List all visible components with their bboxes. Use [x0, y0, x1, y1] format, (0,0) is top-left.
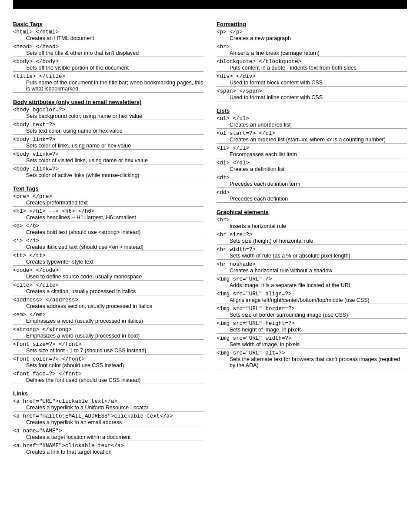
- tag-line: <strong> </strong>: [13, 327, 203, 333]
- section-title-links: Links: [13, 390, 203, 397]
- tag-line: <hr size=?>: [217, 232, 407, 238]
- desc-line: Creates a definition list: [217, 166, 407, 173]
- section-body-attributes: Body attributes (only used in email news…: [13, 99, 203, 179]
- section-title-lists: Lists: [217, 107, 407, 114]
- main-content: Basic Tags<html> </html>Creates an HTML …: [13, 15, 407, 456]
- desc-line: Creates a horizontal rule without a shad…: [217, 268, 407, 274]
- desc-line: Sets size of font - 1 to 7 (should use C…: [13, 348, 203, 355]
- desc-line: Creates a hyperlink to a Uniform Resourc…: [13, 405, 203, 412]
- desc-line: Inserts a horizontal rule: [217, 223, 407, 230]
- desc-line: Creates a citation, usually processed in…: [13, 288, 203, 295]
- tag-line: <font color=?> </font>: [13, 356, 203, 362]
- desc-line: Sets size (height) of horizontal rule: [217, 238, 407, 245]
- tag-line: <hr noshade>: [217, 261, 407, 268]
- tag-line: <b> </b>: [13, 223, 203, 229]
- tag-line: <blockquote> </blockquote>: [217, 59, 407, 65]
- section-links: Links<a href="URL">clickable text</a>Cre…: [13, 390, 203, 455]
- tag-line: <code> </code>: [13, 268, 203, 274]
- desc-line: Used to format block content with CSS: [217, 80, 407, 87]
- tag-line: <hr width=?>: [217, 247, 407, 253]
- desc-line: Creates italicized text (should use <em>…: [13, 244, 203, 251]
- tag-line: <a href="mailto:EMAIL_ADDRESS">clickable…: [13, 413, 203, 419]
- desc-line: Creates an unordered list: [217, 122, 407, 129]
- tag-line: <title> </title>: [13, 74, 203, 80]
- desc-line: Sets color of active links (while mouse-…: [13, 172, 203, 179]
- tag-line: <body bgcolor=?>: [13, 107, 203, 113]
- tag-line: <img src="URL" border=?>: [217, 306, 407, 312]
- desc-line: Used to format inline content with CSS: [217, 94, 407, 101]
- tag-line: <p> </p>: [217, 29, 407, 35]
- desc-line: Used to define source code, usually mono…: [13, 274, 203, 281]
- left-column: Basic Tags<html> </html>Creates an HTML …: [13, 15, 203, 456]
- tag-line: <html> </html>: [13, 29, 203, 35]
- section-title-basic-tags: Basic Tags: [13, 21, 203, 27]
- page-container: Basic Tags<html> </html>Creates an HTML …: [0, 0, 420, 469]
- desc-line: Sets off the visible portion of the docu…: [13, 65, 203, 72]
- desc-line: Adds image; it is a separate file locate…: [217, 282, 407, 289]
- desc-line: Creates bold text (should use <strong> i…: [13, 229, 203, 236]
- desc-line: Puts name of the document in the title b…: [13, 80, 203, 93]
- tag-line: <a href="URL">clickable text</a>: [13, 398, 203, 405]
- desc-line: Creates preformatted text: [13, 200, 203, 207]
- desc-line: Sets font color (should use CSS instead): [13, 362, 203, 369]
- tag-line: <img src="URL" alt=?>: [217, 350, 407, 356]
- desc-line: Sets background color, using name or hex…: [13, 113, 203, 120]
- tag-line: <ol start=?> </ol>: [217, 130, 407, 137]
- tag-line: <body> </body>: [13, 59, 203, 65]
- tag-line: <body vlink=?>: [13, 151, 203, 157]
- desc-line: Creates a new paragraph: [217, 35, 407, 42]
- tag-line: <dd>: [217, 190, 407, 196]
- tag-line: <img src="URL" />: [217, 276, 407, 282]
- desc-line: AInserts a line break (carriage return): [217, 50, 407, 57]
- desc-line: Emphasizes a word (usually processed in …: [13, 318, 203, 325]
- tag-line: <dt>: [217, 175, 407, 181]
- tag-line: <body text=?>: [13, 122, 203, 128]
- page-header: [13, 0, 407, 9]
- tag-line: <pre> </pre>: [13, 194, 203, 200]
- desc-line: Sets width of image, in pixels: [217, 341, 407, 348]
- tag-line: <cite> </cite>: [13, 282, 203, 288]
- tag-line: <i> </i>: [13, 238, 203, 244]
- desc-line: Precedes each defintion term: [217, 181, 407, 188]
- tag-line: <body link=?>: [13, 137, 203, 143]
- desc-line: Sets size of border surrounding image (u…: [217, 312, 407, 319]
- section-lists: Lists<ul> </ul>Creates an unordered list…: [217, 107, 407, 203]
- desc-line: Sets the alternate text for browsers tha…: [217, 356, 407, 369]
- section-title-body-attributes: Body attributes (only used in email news…: [13, 99, 203, 105]
- desc-line: Defines the font used (should use CSS in…: [13, 377, 203, 384]
- desc-line: Creates headlines -- H1=largest, H6=smal…: [13, 214, 203, 221]
- desc-line: Sets off the title & other info that isn…: [13, 50, 203, 57]
- tag-line: <dl> </dl>: [217, 160, 407, 166]
- section-title-graphical-elements: Graphical elements: [217, 209, 407, 215]
- desc-line: Creates an ordered list (start=xx, where…: [217, 137, 407, 144]
- tag-line: <li> </li>: [217, 145, 407, 151]
- section-text-tags: Text Tags<pre> </pre>Creates preformatte…: [13, 185, 203, 384]
- desc-line: Sets color of links, using name or hex v…: [13, 143, 203, 150]
- tag-line: <div> </div>: [217, 74, 407, 80]
- tag-line: <a href="#NAME">clickable text</a>: [13, 443, 203, 449]
- desc-line: Precedes each defintion: [217, 196, 407, 203]
- desc-line: Puts content in a quote - indents text f…: [217, 65, 407, 72]
- tag-line: <font face=?> </font>: [13, 371, 203, 377]
- desc-line: Creates typewriter-style text: [13, 259, 203, 266]
- tag-line: <img src="URL" align=?>: [217, 291, 407, 297]
- desc-line: Sets color of visited links, using name …: [13, 157, 203, 164]
- tag-line: <ul> </ul>: [217, 116, 407, 122]
- tag-line: <span> </span>: [217, 88, 407, 94]
- tag-line: <address> </address>: [13, 297, 203, 303]
- tag-line: <font size=?> </font>: [13, 341, 203, 348]
- desc-line: Sets width of rule (as a % or absolute p…: [217, 253, 407, 260]
- desc-line: Creates a hyperlink to an email address: [13, 419, 203, 426]
- desc-line: Sets height of image, in pixels: [217, 327, 407, 334]
- tag-line: <h1> </h1> --> <h6> </h6>: [13, 208, 203, 214]
- desc-line: Creates an HTML document: [13, 35, 203, 42]
- desc-line: Sets text color, using name or hex value: [13, 128, 203, 135]
- tag-line: <body alink=?>: [13, 166, 203, 172]
- section-basic-tags: Basic Tags<html> </html>Creates an HTML …: [13, 21, 203, 93]
- desc-line: Emphasizes a word (usually processed in …: [13, 333, 203, 340]
- section-graphical-elements: Graphical elements<hr>Inserts a horizont…: [217, 209, 407, 369]
- tag-line: <img src="URL" width=?>: [217, 335, 407, 341]
- desc-line: Creates a target location within a docum…: [13, 434, 203, 441]
- desc-line: Aligns image left/right/center/bottom/to…: [217, 297, 407, 304]
- right-column: Formatting<p> </p>Creates a new paragrap…: [217, 15, 407, 456]
